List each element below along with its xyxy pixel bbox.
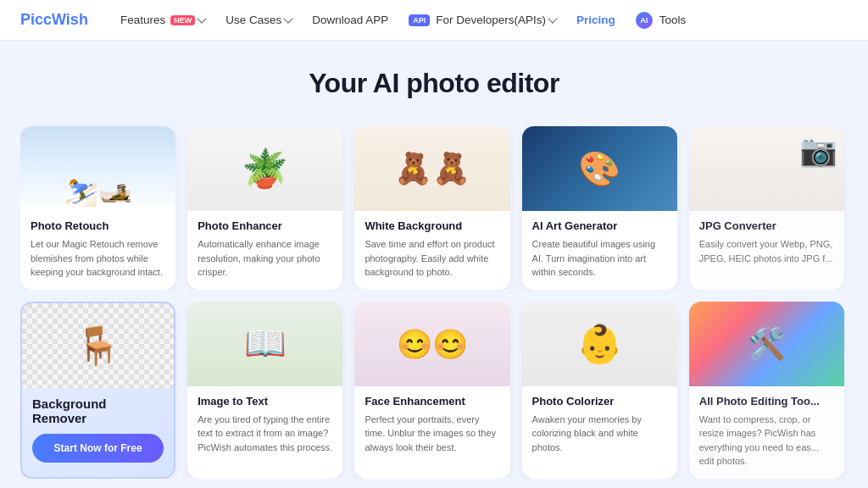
nav-developers[interactable]: API For Developers(APIs)	[400, 8, 565, 31]
card-jpg-converter-desc: Easily convert your Webp, PNG, JPEG, HEI…	[699, 237, 834, 265]
nav-pricing[interactable]: Pricing	[568, 8, 624, 31]
card-background-remover-image	[22, 303, 174, 388]
card-face-enhancement-title: Face Enhancement	[364, 395, 499, 408]
chevron-down-icon	[198, 14, 207, 23]
card-photo-colorizer-body: Photo Colorizer Awaken your memories by …	[522, 386, 677, 465]
nav-use-cases-label: Use Cases	[225, 14, 281, 26]
card-photo-enhancer-desc: Automatically enhance image resolution, …	[198, 237, 332, 280]
card-ai-art-generator-desc: Create beautiful images using AI. Turn i…	[532, 237, 667, 280]
card-all-photo-editing-tools-image	[689, 302, 844, 386]
card-jpg-converter-body: JPG Converter Easily convert your Webp, …	[689, 211, 844, 275]
card-image-to-text[interactable]: Image to Text Are you tired of typing th…	[187, 302, 342, 479]
card-photo-enhancer-title: Photo Enhancer	[198, 219, 332, 232]
cards-row-2: Background Remover Start Now for Free Im…	[20, 302, 848, 479]
card-face-enhancement-image	[354, 302, 509, 386]
nav-features[interactable]: Features NEW	[112, 8, 214, 31]
card-ai-art-generator[interactable]: AI Art Generator Create beautiful images…	[522, 126, 677, 290]
card-ai-art-generator-image	[522, 126, 677, 211]
card-background-remover[interactable]: Background Remover Start Now for Free	[20, 302, 175, 479]
card-jpg-converter[interactable]: JPG Converter Easily convert your Webp, …	[689, 126, 844, 290]
hero-section: Your AI photo editor	[0, 41, 868, 116]
nav-tools[interactable]: AI Tools	[627, 7, 695, 34]
card-face-enhancement-body: Face Enhancement Perfect your portraits,…	[354, 386, 509, 465]
card-image-to-text-title: Image to Text	[198, 395, 332, 408]
new-badge: NEW	[170, 15, 195, 25]
ai-icon: AI	[636, 12, 653, 29]
nav-use-cases[interactable]: Use Cases	[217, 8, 300, 31]
card-ai-art-generator-title: AI Art Generator	[532, 219, 667, 232]
card-photo-retouch-body: Photo Retouch Let our Magic Retouch remo…	[20, 211, 175, 290]
chevron-down-icon	[548, 14, 557, 23]
card-photo-enhancer-body: Photo Enhancer Automatically enhance ima…	[187, 211, 342, 290]
card-face-enhancement[interactable]: Face Enhancement Perfect your portraits,…	[354, 302, 509, 479]
card-white-background-body: White Background Save time and effort on…	[354, 211, 509, 290]
nav-download[interactable]: Download APP	[303, 8, 397, 31]
nav-pricing-label: Pricing	[576, 14, 615, 26]
nav-tools-label: Tools	[659, 14, 687, 26]
card-photo-retouch-title: Photo Retouch	[31, 219, 165, 232]
card-white-background-title: White Background	[364, 219, 499, 232]
card-photo-enhancer[interactable]: Photo Enhancer Automatically enhance ima…	[187, 126, 342, 290]
hero-title: Your AI photo editor	[17, 68, 851, 99]
card-all-photo-editing-tools-desc: Want to compress, crop, or resize images…	[699, 413, 834, 469]
site-logo[interactable]: PiccWish	[20, 11, 88, 29]
nav-features-label: Features	[120, 14, 165, 26]
card-photo-retouch-image	[20, 126, 175, 211]
chevron-down-icon	[284, 14, 293, 23]
card-all-photo-editing-tools-body: All Photo Editing Too... Want to compres…	[689, 386, 844, 479]
cards-row-1: Photo Retouch Let our Magic Retouch remo…	[20, 126, 848, 290]
card-jpg-converter-title: JPG Converter	[699, 219, 834, 232]
nav-download-label: Download APP	[312, 14, 388, 26]
card-photo-colorizer-image	[522, 302, 677, 386]
card-white-background[interactable]: White Background Save time and effort on…	[354, 126, 509, 290]
card-image-to-text-body: Image to Text Are you tired of typing th…	[187, 386, 342, 465]
card-background-remover-title: Background Remover	[32, 396, 164, 425]
card-ai-art-generator-body: AI Art Generator Create beautiful images…	[522, 211, 677, 290]
nav-developers-label: For Developers(APIs)	[436, 14, 546, 26]
card-all-photo-editing-tools-title: All Photo Editing Too...	[699, 395, 834, 408]
card-photo-colorizer[interactable]: Photo Colorizer Awaken your memories by …	[522, 302, 677, 479]
card-photo-colorizer-desc: Awaken your memories by colorizing black…	[532, 413, 667, 455]
navigation: PiccWish Features NEW Use Cases Download…	[0, 0, 868, 41]
card-photo-retouch-desc: Let our Magic Retouch remove blemishes f…	[31, 237, 165, 280]
card-photo-colorizer-title: Photo Colorizer	[532, 395, 667, 408]
api-badge: API	[409, 14, 430, 26]
cards-section: Photo Retouch Let our Magic Retouch remo…	[0, 116, 868, 488]
card-jpg-converter-image	[689, 126, 844, 211]
card-background-remover-body: Background Remover Start Now for Free	[22, 388, 174, 473]
card-photo-enhancer-image	[187, 126, 342, 211]
card-white-background-desc: Save time and effort on product photogra…	[364, 237, 499, 280]
start-now-button[interactable]: Start Now for Free	[32, 434, 164, 463]
card-image-to-text-image	[187, 302, 342, 386]
card-white-background-image	[354, 126, 509, 211]
card-face-enhancement-desc: Perfect your portraits, every time. Unbl…	[364, 413, 499, 455]
card-image-to-text-desc: Are you tired of typing the entire text …	[198, 413, 332, 455]
nav-items: Features NEW Use Cases Download APP API …	[112, 7, 848, 34]
card-photo-retouch[interactable]: Photo Retouch Let our Magic Retouch remo…	[20, 126, 175, 290]
card-all-photo-editing-tools[interactable]: All Photo Editing Too... Want to compres…	[689, 302, 844, 479]
